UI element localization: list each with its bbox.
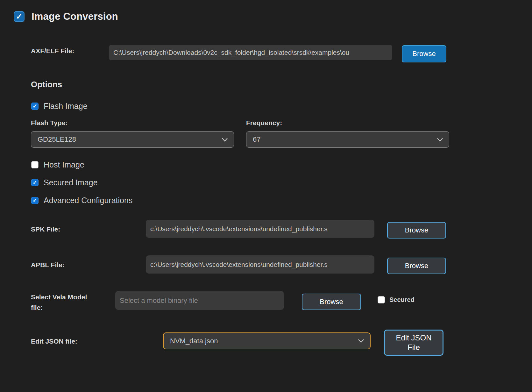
vela-secured-checkbox[interactable]: ✓ [378, 296, 385, 303]
spk-file-label: SPK File: [31, 225, 60, 233]
edit-json-label: Edit JSON file: [31, 338, 77, 345]
advanced-configurations-row: ✓ Advanced Configurations [31, 196, 132, 205]
checkmark-icon: ✓ [16, 13, 22, 20]
secured-image-label: Secured Image [44, 178, 98, 187]
edit-json-file-button[interactable]: Edit JSON File [384, 330, 443, 356]
advanced-configurations-checkbox[interactable]: ✓ [31, 197, 39, 204]
options-heading: Options [31, 80, 62, 89]
page-title: Image Conversion [32, 11, 118, 22]
advanced-configurations-label: Advanced Configurations [44, 196, 132, 205]
frequency-value: 67 [253, 135, 260, 144]
secured-image-row: ✓ Secured Image [31, 178, 98, 187]
image-conversion-checkbox[interactable]: ✓ [14, 11, 25, 22]
axf-browse-button[interactable]: Browse [402, 45, 446, 62]
apbl-file-input[interactable] [146, 255, 374, 274]
frequency-select[interactable]: 67 [246, 131, 449, 148]
checkmark-icon: ✓ [32, 180, 37, 185]
host-image-row: ✓ Host Image [31, 160, 84, 169]
spk-browse-button[interactable]: Browse [387, 222, 446, 239]
host-image-label: Host Image [44, 160, 84, 169]
host-image-checkbox[interactable]: ✓ [31, 161, 39, 168]
flash-type-select[interactable]: GD25LE128 [31, 131, 234, 148]
vela-model-label: Select Vela Model file: [31, 292, 99, 313]
edit-json-value: NVM_data.json [170, 337, 218, 345]
flash-image-checkbox[interactable]: ✓ [31, 103, 39, 110]
spk-file-input[interactable] [146, 220, 374, 238]
axf-elf-label: AXF/ELF File: [31, 47, 74, 55]
apbl-browse-button[interactable]: Browse [387, 258, 446, 274]
header-row: ✓ Image Conversion [14, 11, 118, 22]
vela-secured-label: Secured [389, 296, 415, 303]
vela-secured-row: ✓ Secured [378, 296, 415, 303]
flash-type-value: GD25LE128 [38, 135, 76, 144]
vela-browse-button[interactable]: Browse [302, 294, 361, 310]
edit-json-select[interactable]: NVM_data.json [163, 332, 371, 349]
checkmark-icon: ✓ [32, 198, 37, 203]
checkmark-icon: ✓ [32, 103, 37, 109]
chevron-down-icon [222, 138, 228, 142]
axf-elf-input[interactable] [109, 45, 392, 60]
flash-image-label: Flash Image [44, 102, 88, 111]
flash-image-row: ✓ Flash Image [31, 102, 88, 111]
secured-image-checkbox[interactable]: ✓ [31, 179, 39, 186]
flash-type-label: Flash Type: [31, 119, 67, 127]
frequency-label: Frequency: [246, 119, 282, 127]
apbl-file-label: APBL File: [31, 261, 65, 269]
chevron-down-icon [437, 138, 443, 142]
chevron-down-icon [358, 339, 364, 343]
vela-model-input[interactable] [115, 291, 284, 310]
